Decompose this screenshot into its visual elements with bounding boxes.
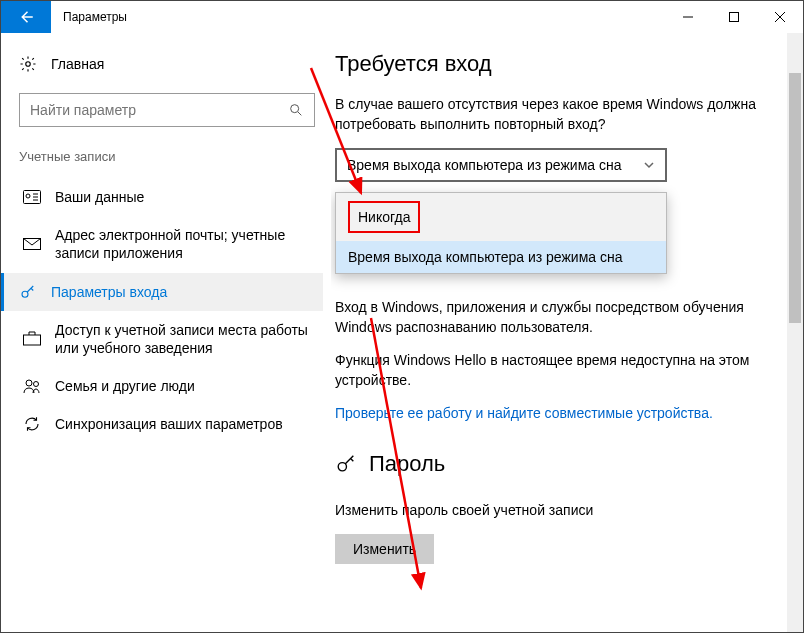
sidebar-item-your-info[interactable]: Ваши данные bbox=[19, 178, 323, 216]
dropdown-option-never[interactable]: Никогда bbox=[348, 201, 420, 233]
nav-label: Доступ к учетной записи места работы или… bbox=[55, 321, 319, 357]
search-box[interactable] bbox=[19, 93, 315, 127]
close-icon bbox=[775, 12, 785, 22]
arrow-left-icon bbox=[17, 8, 35, 26]
people-icon bbox=[23, 378, 41, 394]
signin-description: В случае вашего отсутствия через какое в… bbox=[335, 95, 783, 134]
signin-timeout-dropdown-list: Никогда Время выхода компьютера из режим… bbox=[335, 192, 667, 274]
key-icon bbox=[335, 453, 357, 475]
nav-label: Ваши данные bbox=[55, 188, 319, 206]
scroll-thumb[interactable] bbox=[789, 73, 801, 323]
maximize-button[interactable] bbox=[711, 1, 757, 33]
password-description: Изменить пароль своей учетной записи bbox=[335, 501, 783, 521]
svg-point-6 bbox=[22, 291, 28, 297]
heading-signin-required: Требуется вход bbox=[335, 51, 783, 77]
svg-point-9 bbox=[34, 382, 39, 387]
titlebar: Параметры bbox=[1, 1, 803, 33]
minimize-button[interactable] bbox=[665, 1, 711, 33]
nav-label: Синхронизация ваших параметров bbox=[55, 415, 319, 433]
mail-icon bbox=[23, 238, 41, 250]
sidebar-item-email[interactable]: Адрес электронной почты; учетные записи … bbox=[19, 216, 323, 272]
svg-rect-7 bbox=[24, 335, 41, 345]
search-icon bbox=[288, 102, 304, 118]
body: Главная Учетные записи Ваши данные Адрес… bbox=[1, 33, 803, 632]
id-card-icon bbox=[23, 190, 41, 204]
back-button[interactable] bbox=[1, 1, 51, 33]
search-input[interactable] bbox=[30, 102, 288, 118]
sidebar-item-family[interactable]: Семья и другие люди bbox=[19, 367, 323, 405]
content-pane: Требуется вход В случае вашего отсутстви… bbox=[331, 33, 803, 632]
key-icon bbox=[19, 283, 37, 301]
briefcase-icon bbox=[23, 331, 41, 346]
sidebar-item-sync[interactable]: Синхронизация ваших параметров bbox=[19, 405, 323, 443]
hello-description-1: Вход в Windows, приложения и службы поср… bbox=[335, 298, 783, 337]
maximize-icon bbox=[729, 12, 739, 22]
chevron-down-icon bbox=[643, 159, 655, 171]
password-heading-row: Пароль bbox=[335, 451, 783, 477]
dropdown-option-on-wake[interactable]: Время выхода компьютера из режима сна bbox=[336, 241, 666, 273]
home-label: Главная bbox=[51, 56, 104, 72]
svg-point-8 bbox=[26, 380, 32, 386]
nav-label: Семья и другие люди bbox=[55, 377, 319, 395]
hello-compatibility-link[interactable]: Проверьте ее работу и найдите совместимы… bbox=[335, 405, 783, 421]
sidebar-item-work-access[interactable]: Доступ к учетной записи места работы или… bbox=[19, 311, 323, 367]
heading-password: Пароль bbox=[369, 451, 445, 477]
sync-icon bbox=[23, 415, 41, 433]
nav-label: Адрес электронной почты; учетные записи … bbox=[55, 226, 319, 262]
change-password-button[interactable]: Изменить bbox=[335, 534, 434, 564]
window-title: Параметры bbox=[51, 1, 139, 33]
home-nav[interactable]: Главная bbox=[19, 51, 323, 77]
svg-point-2 bbox=[291, 105, 299, 113]
sidebar-item-signin-options[interactable]: Параметры входа bbox=[1, 273, 323, 311]
svg-point-4 bbox=[26, 194, 30, 198]
dropdown-selected-value: Время выхода компьютера из режима сна bbox=[347, 157, 621, 173]
section-header: Учетные записи bbox=[19, 149, 323, 164]
signin-timeout-dropdown[interactable]: Время выхода компьютера из режима сна bbox=[335, 148, 667, 182]
svg-rect-0 bbox=[730, 13, 739, 22]
close-button[interactable] bbox=[757, 1, 803, 33]
hello-description-2: Функция Windows Hello в настоящее время … bbox=[335, 351, 783, 390]
sidebar: Главная Учетные записи Ваши данные Адрес… bbox=[1, 33, 331, 632]
svg-point-1 bbox=[26, 62, 31, 67]
nav-label: Параметры входа bbox=[51, 283, 319, 301]
minimize-icon bbox=[683, 12, 693, 22]
vertical-scrollbar[interactable] bbox=[787, 33, 803, 632]
gear-icon bbox=[19, 55, 37, 73]
